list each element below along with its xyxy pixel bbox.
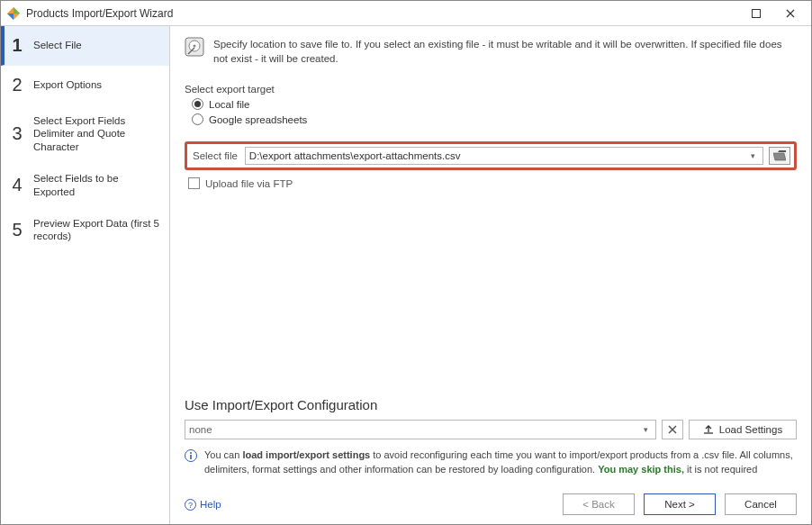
svg-rect-9	[190, 455, 192, 459]
window-title: Products Import/Export Wizard	[26, 7, 739, 20]
browse-button[interactable]	[769, 147, 790, 165]
help-label: Help	[200, 499, 221, 510]
checkbox-icon	[188, 177, 200, 189]
config-combo[interactable]: none ▾	[185, 420, 656, 439]
file-select-label: Select file	[191, 150, 239, 161]
radio-google-spreadsheets[interactable]: Google spreadsheets	[192, 113, 797, 125]
help-icon: ?	[185, 499, 196, 511]
upload-icon	[703, 424, 714, 435]
svg-point-8	[190, 452, 192, 454]
load-settings-label: Load Settings	[719, 424, 782, 435]
wizard-window: Products Import/Export Wizard 1 Select F…	[0, 0, 812, 525]
dropdown-caret-icon[interactable]: ▾	[746, 151, 759, 160]
spacer	[185, 189, 797, 390]
file-path-input[interactable]: D:\export attachments\export-attachments…	[245, 147, 763, 165]
radio-local-file[interactable]: Local file	[192, 98, 797, 110]
step-number: 4	[10, 175, 24, 195]
body: 1 Select File 2 Export Options 3 Select …	[1, 26, 811, 524]
footer: ? Help < Back Next > Cancel	[185, 493, 797, 515]
step-number: 1	[10, 35, 24, 56]
back-button[interactable]: < Back	[563, 493, 635, 515]
file-select-row: Select file D:\export attachments\export…	[185, 141, 797, 170]
cancel-button[interactable]: Cancel	[725, 493, 797, 515]
config-info-text: You can load import/export settings to a…	[204, 448, 797, 477]
next-button[interactable]: Next >	[644, 493, 716, 515]
step-label: Preview Export Data (first 5 records)	[33, 217, 162, 243]
main-panel: Specify location to save file to. If you…	[170, 26, 811, 524]
step-number: 3	[10, 123, 24, 144]
titlebar: Products Import/Export Wizard	[1, 1, 811, 26]
step-label: Select File	[33, 39, 82, 51]
config-info: You can load import/export settings to a…	[185, 448, 797, 477]
close-button[interactable]	[773, 3, 807, 24]
load-settings-button[interactable]: Load Settings	[689, 420, 797, 439]
sidebar: 1 Select File 2 Export Options 3 Select …	[1, 26, 170, 524]
step-number: 2	[10, 75, 24, 95]
radio-icon	[192, 98, 203, 110]
step-export-options[interactable]: 2 Export Options	[1, 66, 169, 105]
dropdown-caret-icon[interactable]: ▾	[639, 425, 652, 434]
svg-point-6	[194, 45, 196, 48]
config-selected: none	[189, 424, 639, 435]
step-label: Select Export Fields Delimiter and Quote…	[33, 114, 162, 153]
svg-text:?: ?	[188, 501, 193, 510]
step-select-fields[interactable]: 4 Select Fields to be Exported	[1, 163, 169, 208]
intro: Specify location to save file to. If you…	[185, 37, 797, 66]
radio-label: Google spreadsheets	[209, 114, 307, 125]
step-delimiter[interactable]: 3 Select Export Fields Delimiter and Quo…	[1, 105, 169, 163]
config-row: none ▾ Load Settings	[185, 420, 797, 439]
svg-marker-2	[7, 14, 14, 20]
disk-icon	[185, 37, 204, 57]
clear-config-button[interactable]	[662, 420, 683, 439]
maximize-button[interactable]	[739, 3, 773, 24]
step-label: Export Options	[33, 78, 102, 91]
step-number: 5	[10, 220, 24, 240]
file-path-value: D:\export attachments\export-attachments…	[249, 150, 746, 161]
info-icon	[185, 449, 197, 462]
app-icon	[6, 6, 21, 21]
checkbox-label: Upload file via FTP	[205, 178, 293, 189]
svg-rect-3	[753, 9, 761, 17]
step-label: Select Fields to be Exported	[33, 172, 162, 198]
svg-marker-1	[14, 7, 20, 14]
upload-ftp-checkbox[interactable]: Upload file via FTP	[188, 177, 797, 189]
help-link[interactable]: ? Help	[185, 499, 221, 511]
step-select-file[interactable]: 1 Select File	[1, 26, 169, 66]
intro-text: Specify location to save file to. If you…	[213, 37, 797, 66]
radio-label: Local file	[209, 99, 249, 110]
config-title: Use Import/Export Configuration	[185, 397, 797, 412]
radio-icon	[192, 113, 203, 125]
step-preview[interactable]: 5 Preview Export Data (first 5 records)	[1, 208, 169, 253]
export-target-label: Select export target	[185, 84, 797, 95]
